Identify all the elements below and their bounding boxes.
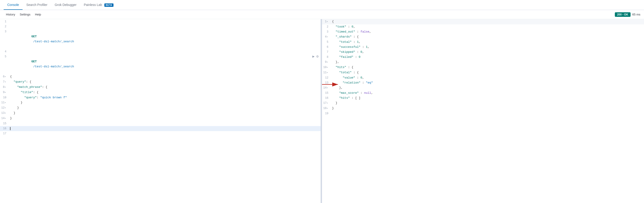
- output-line-8: 8 "failed" : 0: [322, 55, 644, 60]
- editor-line-17: 17: [0, 131, 321, 136]
- fold-9[interactable]: ▾: [4, 91, 6, 94]
- tab-search-profiler[interactable]: Search Profiler: [22, 0, 51, 10]
- out-content-10: "hits" : {: [331, 65, 644, 70]
- out-num-1: 1▾: [322, 19, 331, 24]
- history-button[interactable]: History: [4, 11, 17, 17]
- output-line-9: 9▾ },: [322, 60, 644, 65]
- editor-line-9: 9▾ "title": {: [0, 90, 321, 95]
- out-content-5: "total" : 1,: [331, 40, 644, 45]
- line-num-16: 16: [0, 126, 9, 131]
- out-content-13: "relation" : "eq": [331, 80, 644, 85]
- out-content-4: "_shards" : {: [331, 34, 644, 39]
- help-button[interactable]: Help: [32, 11, 43, 17]
- output-line-16: 16 "hits" : [ ]: [322, 96, 644, 101]
- out-num-14: 14▾: [322, 85, 331, 91]
- out-num-18: 18▾: [322, 106, 331, 111]
- out-num-3: 3: [322, 29, 331, 34]
- resize-handle[interactable]: [321, 19, 321, 203]
- out-content-15: "max_score" : null,: [331, 91, 644, 96]
- output-line-18: 18▾ }: [322, 106, 644, 111]
- output-line-17: 17▾ }: [322, 101, 644, 106]
- out-fold-9[interactable]: ▾: [326, 61, 328, 63]
- editor-line-13: 13▾ }: [0, 111, 321, 116]
- fold-7[interactable]: ▾: [4, 81, 6, 83]
- text-cursor: [10, 127, 10, 130]
- line-content-16: [9, 126, 321, 131]
- fold-6[interactable]: ▾: [4, 76, 6, 78]
- fold-14[interactable]: ▾: [4, 117, 6, 120]
- editor-line-15: 15: [0, 121, 321, 126]
- out-fold-1[interactable]: ▾: [326, 20, 328, 23]
- out-num-19: 19: [322, 111, 331, 116]
- out-num-10: 10▾: [322, 65, 331, 70]
- line-num-14: 14▾: [0, 116, 9, 121]
- out-content-2: "took" : 0,: [331, 24, 644, 29]
- out-fold-18[interactable]: ▾: [326, 107, 328, 110]
- editor-line-11: 11▾ }: [0, 100, 321, 105]
- out-content-9: },: [331, 60, 644, 65]
- line-content-10: "query": "quick brown f": [9, 95, 321, 100]
- editor-code-area[interactable]: 1 2 3 GET /test-dsl-match/_search 4: [0, 19, 321, 203]
- output-line-15: 15 "max_score" : null,: [322, 91, 644, 96]
- line-num-13: 13▾: [0, 111, 9, 116]
- editor-line-16[interactable]: 16: [0, 126, 321, 131]
- output-code-area: 1▾ { 2 "took" : 0, 3 "timed_out" : false…: [322, 19, 644, 203]
- line-content-11: }: [9, 100, 321, 105]
- main-area: 1 2 3 GET /test-dsl-match/_search 4: [0, 19, 644, 203]
- status-time: 65 ms: [632, 13, 640, 16]
- fold-12[interactable]: ▾: [4, 107, 6, 109]
- tab-grok-debugger[interactable]: Grok Debugger: [51, 0, 80, 10]
- out-num-17: 17▾: [322, 101, 331, 106]
- fold-8[interactable]: ▾: [4, 86, 6, 89]
- line-content-6: {: [9, 74, 321, 79]
- method-get-1: GET: [32, 35, 37, 38]
- editor-line-4: 4: [0, 49, 321, 54]
- output-line-5: 5 "total" : 1,: [322, 40, 644, 45]
- output-line-6: 6 "successful" : 1,: [322, 45, 644, 50]
- line-num-5: 5: [0, 54, 9, 59]
- line-content-12: }: [9, 105, 321, 110]
- out-fold-14[interactable]: ▾: [326, 87, 328, 89]
- editor-panel[interactable]: 1 2 3 GET /test-dsl-match/_search 4: [0, 19, 322, 203]
- line-num-10: 10: [0, 95, 9, 100]
- out-content-17: }: [331, 101, 644, 106]
- line-num-3: 3: [0, 29, 9, 34]
- out-num-8: 8: [322, 55, 331, 60]
- secondary-toolbar: History Settings Help 200 - OK 65 ms: [0, 10, 644, 19]
- output-line-7: 7 "skipped" : 0,: [322, 50, 644, 55]
- tab-painless-lab[interactable]: Painless Lab BETA: [80, 0, 117, 10]
- status-area: 200 - OK 65 ms: [615, 12, 640, 17]
- output-line-2: 2 "took" : 0,: [322, 24, 644, 29]
- editor-line-1: 1: [0, 19, 321, 24]
- out-content-11: "total" : {: [331, 70, 644, 75]
- out-fold-17[interactable]: ▾: [326, 102, 328, 104]
- out-fold-4[interactable]: ▾: [326, 36, 328, 38]
- out-num-13: 13: [322, 80, 331, 85]
- line-num-12: 12▾: [0, 105, 9, 111]
- editor-line-2: 2: [0, 24, 321, 29]
- fold-13[interactable]: ▾: [4, 112, 6, 114]
- line-num-11: 11▾: [0, 100, 9, 105]
- fold-11[interactable]: ▾: [4, 101, 6, 104]
- method-get-2: GET: [32, 60, 37, 63]
- editor-line-6: 6▾ {: [0, 74, 321, 79]
- line-num-9: 9▾: [0, 90, 9, 95]
- output-line-3: 3 "timed_out" : false,: [322, 29, 644, 34]
- out-content-8: "failed" : 0: [331, 55, 644, 60]
- line-num-7: 7▾: [0, 79, 9, 85]
- out-num-7: 7: [322, 50, 331, 55]
- out-content-12: "value" : 0,: [331, 75, 644, 80]
- settings-button[interactable]: Settings: [17, 11, 32, 17]
- out-fold-11[interactable]: ▾: [326, 71, 328, 74]
- out-fold-10[interactable]: ▾: [326, 66, 328, 69]
- wrench-icon[interactable]: ⚙: [316, 54, 318, 59]
- line-content-7: "query": {: [9, 79, 321, 84]
- out-num-16: 16: [322, 96, 331, 101]
- tab-console[interactable]: Console: [4, 0, 22, 10]
- line-content-13: }: [9, 111, 321, 116]
- top-nav: Console Search Profiler Grok Debugger Pa…: [0, 0, 644, 10]
- out-content-3: "timed_out" : false,: [331, 29, 644, 34]
- out-num-12: 12: [322, 75, 331, 80]
- editor-line-12: 12▾ }: [0, 105, 321, 111]
- run-icon[interactable]: ▶: [312, 54, 315, 59]
